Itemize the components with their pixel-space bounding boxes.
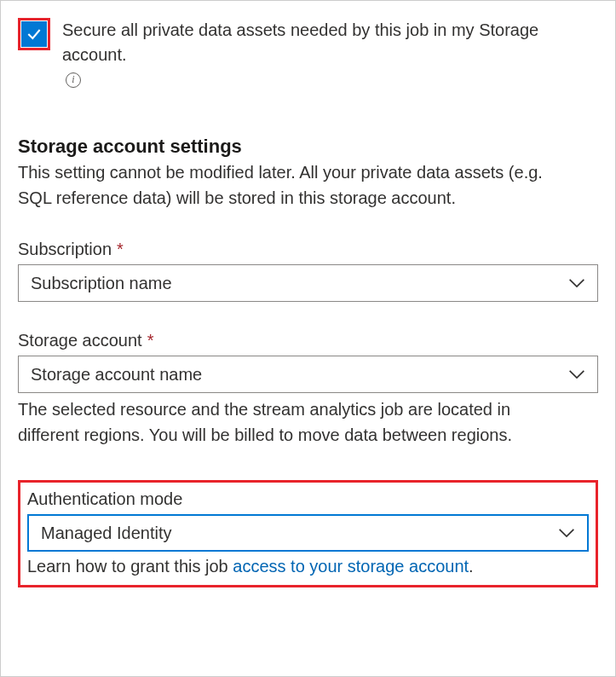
storage-account-select[interactable]: Storage account name (18, 356, 598, 393)
chevron-down-icon (568, 274, 585, 293)
storage-settings-panel: Secure all private data assets needed by… (0, 0, 616, 677)
auth-learn-prefix: Learn how to grant this job (27, 557, 233, 576)
auth-mode-select[interactable]: Managed Identity (27, 514, 589, 552)
storage-account-label-row: Storage account * (18, 331, 598, 350)
secure-assets-label-wrap: Secure all private data assets needed by… (62, 18, 598, 88)
storage-account-value: Storage account name (31, 365, 202, 385)
secure-assets-checkbox[interactable] (21, 21, 47, 47)
storage-access-link[interactable]: access to your storage account (233, 557, 469, 576)
storage-account-helper: The selected resource and the stream ana… (18, 396, 563, 448)
storage-settings-title: Storage account settings (18, 136, 598, 158)
required-indicator: * (117, 240, 124, 259)
required-indicator: * (147, 331, 154, 350)
subscription-select[interactable]: Subscription name (18, 264, 598, 302)
auth-learn-text: Learn how to grant this job access to yo… (27, 557, 589, 576)
subscription-value: Subscription name (31, 274, 172, 293)
checkbox-highlight (18, 18, 50, 50)
chevron-down-icon (558, 524, 575, 543)
auth-mode-field: Authentication mode Managed Identity Lea… (27, 489, 589, 576)
secure-assets-label: Secure all private data assets needed by… (62, 18, 598, 67)
subscription-label-row: Subscription * (18, 240, 598, 259)
auth-mode-value: Managed Identity (41, 524, 171, 543)
storage-account-label: Storage account (18, 331, 142, 350)
auth-mode-label: Authentication mode (27, 489, 182, 509)
subscription-field: Subscription * Subscription name (18, 240, 598, 302)
checkmark-icon (26, 26, 43, 43)
secure-assets-row: Secure all private data assets needed by… (18, 18, 598, 88)
chevron-down-icon (568, 365, 585, 385)
auth-learn-suffix: . (469, 557, 474, 576)
storage-account-field: Storage account * Storage account name T… (18, 331, 598, 448)
storage-settings-description: This setting cannot be modified later. A… (18, 159, 563, 211)
auth-mode-label-row: Authentication mode (27, 489, 589, 509)
authentication-block-highlight: Authentication mode Managed Identity Lea… (18, 480, 598, 587)
info-icon[interactable]: i (66, 72, 81, 88)
subscription-label: Subscription (18, 240, 112, 259)
